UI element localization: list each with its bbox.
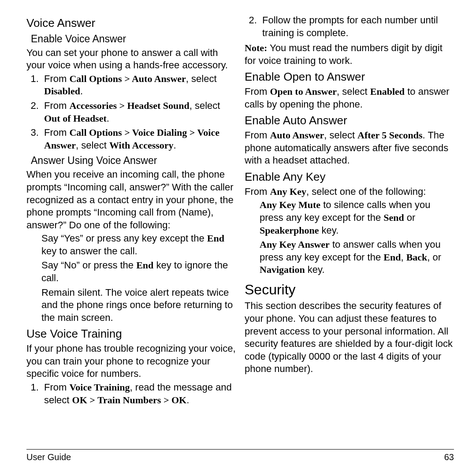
options-any-key: Any Key Mute to silence calls when you p… xyxy=(245,199,454,276)
heading-auto-answer: Enable Auto Answer xyxy=(245,113,454,128)
text-auto-answer: From Auto Answer, select After 5 Seconds… xyxy=(245,129,454,167)
step-2: From Accessories > Headset Sound, select… xyxy=(41,100,236,125)
voice-training-note: Note: You must read the numbers digit by… xyxy=(245,42,454,67)
intro-any-key: From Any Key, select one of the followin… xyxy=(245,186,454,198)
intro-answer-using-va: When you receive an incoming call, the p… xyxy=(26,168,236,231)
option-no: Say “No” or press the End key to ignore … xyxy=(41,259,236,284)
steps-voice-training: From Voice Training, read the message an… xyxy=(26,381,236,406)
heading-security: Security xyxy=(245,281,454,299)
step-1: From Call Options > Auto Answer, select … xyxy=(41,73,236,98)
text-security: This section describes the security feat… xyxy=(245,300,454,376)
heading-voice-training: Use Voice Training xyxy=(26,327,236,342)
option-yes: Say “Yes” or press any key except the En… xyxy=(41,232,236,257)
footer-left: User Guide xyxy=(26,451,71,463)
intro-voice-training: If your phone has trouble recognizing yo… xyxy=(26,342,236,380)
steps-voice-training-cont: Follow the prompts for each number until… xyxy=(245,14,454,39)
step-3: From Call Options > Voice Dialing > Voic… xyxy=(41,126,236,152)
intro-enable-voice-answer: You can set your phone to answer a call … xyxy=(26,47,236,72)
options-answer-using-va: Say “Yes” or press any key except the En… xyxy=(26,232,236,324)
vt-step-2: Follow the prompts for each number until… xyxy=(260,14,454,39)
manual-page: Voice Answer Enable Voice Answer You can… xyxy=(0,0,476,450)
any-key-answer: Any Key Answer to answer calls when you … xyxy=(260,238,454,276)
page-footer: User Guide 63 xyxy=(26,449,454,463)
any-key-mute: Any Key Mute to silence calls when you p… xyxy=(260,199,454,237)
footer-page-number: 63 xyxy=(444,451,454,463)
vt-step-1: From Voice Training, read the message an… xyxy=(41,381,236,406)
heading-enable-voice-answer: Enable Voice Answer xyxy=(31,33,236,46)
heading-voice-answer: Voice Answer xyxy=(26,16,236,31)
heading-open-to-answer: Enable Open to Answer xyxy=(245,70,454,85)
option-silent: Remain silent. The voice alert repeats t… xyxy=(41,286,236,324)
steps-enable-voice-answer: From Call Options > Auto Answer, select … xyxy=(26,73,236,152)
heading-answer-using-va: Answer Using Voice Answer xyxy=(31,154,236,167)
text-open-to-answer: From Open to Answer, select Enabled to a… xyxy=(245,86,454,111)
heading-any-key: Enable Any Key xyxy=(245,170,454,185)
